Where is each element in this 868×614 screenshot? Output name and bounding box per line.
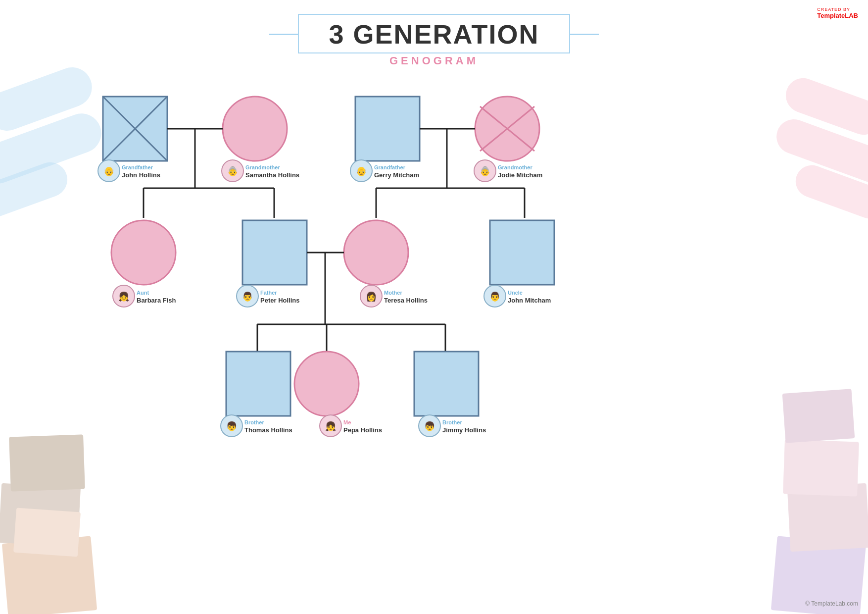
svg-text:👦: 👦	[424, 421, 435, 432]
svg-point-30	[237, 285, 258, 307]
gm1-shape	[223, 97, 287, 161]
svg-text:👴: 👴	[103, 166, 115, 177]
svg-text:Barbara Fish: Barbara Fish	[137, 297, 176, 304]
aunt-shape	[111, 220, 176, 285]
svg-line-1	[103, 97, 167, 161]
svg-line-3	[480, 106, 534, 151]
svg-text:👨: 👨	[489, 291, 501, 302]
photo-collage-left	[0, 406, 109, 614]
genogram-svg: 👴 👵 👴 👵 👧 👨 👩 👨 👦 👧 👦 Grandfather John H…	[0, 0, 868, 614]
gf1-shape	[103, 97, 167, 161]
svg-text:Jodie Mitcham: Jodie Mitcham	[498, 171, 542, 179]
svg-point-20	[98, 160, 120, 182]
svg-text:Grandfather: Grandfather	[122, 164, 153, 170]
svg-point-38	[320, 415, 341, 437]
photo-8	[782, 389, 855, 443]
photo-3	[9, 434, 85, 491]
page-header: 3 GENERATION GENOGRAM	[0, 0, 868, 67]
svg-text:Grandfather: Grandfather	[374, 164, 406, 170]
svg-line-2	[480, 106, 534, 151]
svg-point-40	[419, 415, 440, 437]
title-box: 3 GENERATION	[298, 14, 570, 53]
svg-text:Mother: Mother	[384, 290, 402, 296]
gm2-shape	[475, 97, 539, 161]
svg-point-26	[474, 160, 496, 182]
svg-text:Father: Father	[260, 290, 277, 296]
svg-text:Pepa Hollins: Pepa Hollins	[343, 426, 382, 434]
svg-text:👧: 👧	[118, 291, 130, 302]
svg-text:Jimmy Hollins: Jimmy Hollins	[442, 426, 486, 434]
svg-text:👩: 👩	[366, 291, 377, 302]
svg-text:Gerry Mitcham: Gerry Mitcham	[374, 171, 419, 179]
svg-text:👵: 👵	[227, 166, 239, 177]
svg-text:👧: 👧	[325, 421, 337, 432]
svg-text:👨: 👨	[242, 291, 253, 302]
svg-text:Grandmother: Grandmother	[245, 164, 280, 170]
svg-point-34	[484, 285, 506, 307]
svg-text:👵: 👵	[480, 166, 491, 177]
svg-point-28	[113, 285, 135, 307]
svg-text:John Mitcham: John Mitcham	[508, 297, 551, 304]
uncle-shape	[490, 220, 554, 285]
svg-point-22	[222, 160, 243, 182]
gf2-shape	[355, 97, 420, 161]
svg-text:Me: Me	[343, 419, 351, 425]
svg-text:John Hollins: John Hollins	[122, 171, 160, 179]
brother2-shape	[414, 352, 479, 416]
father-shape	[242, 220, 307, 285]
svg-text:Samantha Hollins: Samantha Hollins	[245, 171, 299, 179]
svg-point-24	[350, 160, 372, 182]
svg-text:👴: 👴	[356, 166, 367, 177]
sub-title: GENOGRAM	[0, 54, 868, 67]
me-shape	[294, 352, 359, 416]
svg-text:Aunt: Aunt	[137, 290, 149, 296]
photo-7	[783, 439, 859, 496]
svg-text:Brother: Brother	[442, 419, 462, 425]
photo-collage-right	[759, 406, 868, 614]
main-title: 3 GENERATION	[329, 19, 539, 50]
svg-text:Uncle: Uncle	[508, 290, 523, 296]
svg-text:Peter Hollins: Peter Hollins	[260, 297, 299, 304]
svg-text:Teresa Hollins: Teresa Hollins	[384, 297, 428, 304]
svg-text:Grandmother: Grandmother	[498, 164, 532, 170]
svg-point-36	[221, 415, 242, 437]
svg-line-0	[103, 97, 167, 161]
brother1-shape	[226, 352, 290, 416]
svg-text:Thomas Hollins: Thomas Hollins	[244, 426, 292, 434]
svg-point-32	[360, 285, 382, 307]
mother-shape	[344, 220, 408, 285]
footer-link: © TemplateLab.com	[805, 600, 858, 607]
photo-4	[13, 508, 81, 557]
svg-text:Brother: Brother	[244, 419, 264, 425]
svg-text:👦: 👦	[226, 421, 238, 432]
